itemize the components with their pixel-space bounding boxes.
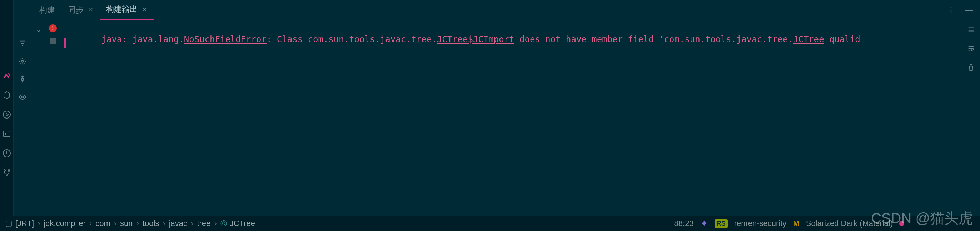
svg-rect-1: [3, 131, 10, 137]
chevron-icon: ›: [162, 219, 165, 228]
git-branch-icon[interactable]: [3, 168, 11, 177]
output-pane: ⌄ ! java: java.lang.NoSuchFieldError: Cl…: [32, 20, 980, 231]
breadcrumb-class[interactable]: JCTree: [230, 219, 255, 228]
tab-build[interactable]: 构建: [33, 0, 62, 20]
svg-point-4: [8, 170, 10, 171]
selection-bar: [64, 38, 67, 48]
breadcrumb-part[interactable]: javac: [169, 219, 187, 228]
status-dot[interactable]: [899, 221, 904, 226]
trash-icon[interactable]: [967, 64, 975, 74]
output-body[interactable]: java: java.lang.NoSuchFieldError: Class …: [60, 20, 962, 231]
error-message: java: java.lang.NoSuchFieldError: Class …: [102, 34, 860, 45]
terminal-icon[interactable]: [3, 130, 11, 138]
minimize-icon[interactable]: —: [965, 5, 973, 15]
breadcrumb-part[interactable]: com: [95, 219, 110, 228]
square-marker: [50, 38, 56, 45]
settings-icon[interactable]: [19, 57, 26, 65]
svg-point-3: [4, 170, 5, 171]
close-icon[interactable]: ✕: [88, 6, 93, 14]
hexagon-icon[interactable]: [3, 91, 11, 99]
line-col[interactable]: 88:23: [674, 219, 694, 228]
project-name[interactable]: renren-security: [734, 219, 787, 228]
breadcrumb-part[interactable]: tools: [143, 219, 159, 228]
theme-label[interactable]: Solarized Dark (Material): [806, 219, 893, 228]
chevron-icon: ›: [137, 219, 139, 228]
list-icon[interactable]: [967, 25, 975, 35]
chevron-icon: ›: [89, 219, 92, 228]
svg-point-6: [21, 60, 24, 62]
right-gutter: [962, 20, 980, 231]
tab-label: 构建: [39, 5, 55, 15]
wrap-icon[interactable]: [967, 45, 975, 55]
breadcrumb-module[interactable]: [JRT]: [15, 219, 34, 228]
breadcrumb-part[interactable]: tree: [197, 219, 210, 228]
tab-label: 同步: [68, 5, 84, 15]
hammer-icon[interactable]: [3, 72, 11, 80]
ai-icon[interactable]: ✦: [700, 218, 708, 229]
tool-column: [14, 0, 32, 231]
rs-badge[interactable]: RS: [714, 219, 728, 228]
chevron-icon: ›: [38, 219, 40, 228]
chevron-icon: ›: [114, 219, 116, 228]
close-icon[interactable]: ✕: [142, 5, 147, 13]
text-cursor: [60, 55, 62, 65]
eye-icon[interactable]: [19, 93, 26, 101]
chevron-icon: ›: [191, 219, 193, 228]
fold-icon[interactable]: ⌄: [36, 25, 42, 34]
more-icon[interactable]: ⋮: [947, 5, 955, 15]
warning-icon[interactable]: [3, 149, 11, 157]
play-icon[interactable]: [3, 110, 11, 119]
chevron-icon: ›: [214, 219, 216, 228]
activity-bar: [0, 0, 14, 231]
svg-point-0: [3, 111, 10, 118]
tab-sync[interactable]: 同步✕: [62, 0, 100, 20]
svg-point-7: [21, 96, 24, 98]
tab-label: 构建输出: [106, 4, 138, 15]
icon-gutter: !: [46, 20, 60, 231]
pin-icon[interactable]: [19, 75, 26, 83]
theme-icon: M: [793, 219, 799, 228]
class-icon: Ⓒ: [220, 219, 227, 228]
error-icon: !: [49, 24, 57, 32]
breadcrumb-part[interactable]: sun: [120, 219, 132, 228]
status-bar: ▢ [JRT] › jdk.compiler › com › sun › too…: [0, 216, 980, 231]
filter-icon[interactable]: [19, 39, 26, 47]
breadcrumb-part[interactable]: jdk.compiler: [44, 219, 85, 228]
tabs-bar: 构建 同步✕ 构建输出✕ ⋮ —: [32, 0, 980, 20]
tab-build-output[interactable]: 构建输出✕: [100, 0, 154, 20]
module-icon: ▢: [5, 219, 13, 228]
output-gutter: ⌄: [32, 20, 46, 231]
